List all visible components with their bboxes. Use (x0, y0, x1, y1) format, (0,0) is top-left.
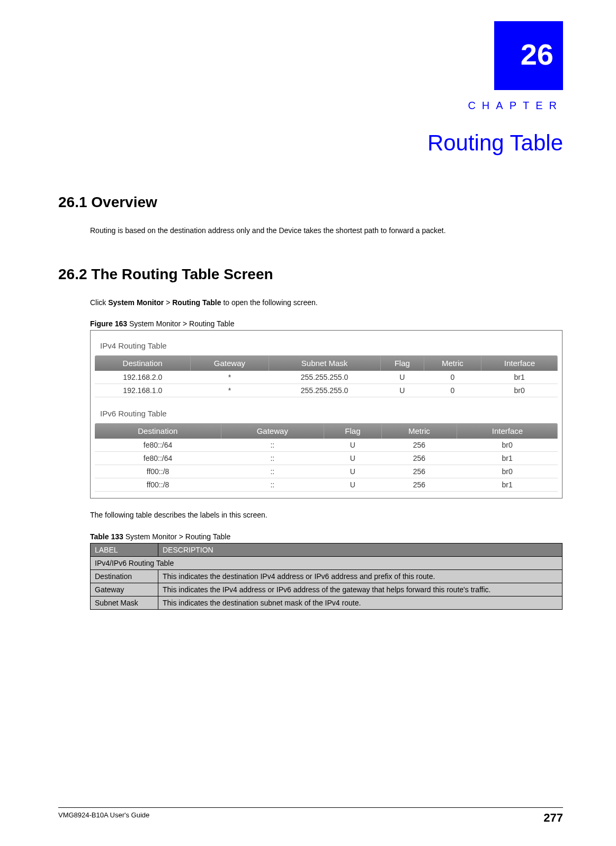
cell: U (324, 439, 381, 452)
cell: :: (221, 452, 324, 465)
text-bold: System Monitor (108, 298, 164, 307)
ipv4-routing-table: Destination Gateway Subnet Mask Flag Met… (95, 355, 558, 397)
cell: :: (221, 465, 324, 478)
desc-value: This indicates the IPv4 address or IPv6 … (158, 583, 563, 596)
desc-value: This indicates the destination IPv4 addr… (158, 569, 563, 583)
cell: br1 (481, 371, 558, 384)
cell: 192.168.1.0 (95, 384, 191, 397)
cell: 192.168.2.0 (95, 371, 191, 384)
cell: :: (221, 439, 324, 452)
cell: 0 (424, 371, 481, 384)
col-interface: Interface (481, 355, 558, 371)
cell: * (191, 371, 269, 384)
col-destination: Destination (95, 355, 191, 371)
footer-guide-name: VMG8924-B10A User's Guide (58, 811, 149, 825)
col-metric: Metric (381, 423, 457, 439)
cell: :: (221, 478, 324, 492)
cell: U (324, 478, 381, 492)
table-row: 192.168.2.0 * 255.255.255.0 U 0 br1 (95, 371, 558, 384)
cell: ff00::/8 (95, 465, 221, 478)
table-row: ff00::/8 :: U 256 br1 (95, 478, 558, 492)
cell: 256 (381, 465, 457, 478)
desc-header-label: LABEL (91, 543, 158, 556)
table-row: fe80::/64 :: U 256 br0 (95, 439, 558, 452)
section-heading-26-2: 26.2 The Routing Table Screen (58, 266, 563, 283)
description-table-container: LABEL DESCRIPTION IPv4/IPv6 Routing Tabl… (90, 543, 563, 610)
cell: fe80::/64 (95, 439, 221, 452)
cell: br1 (457, 478, 558, 492)
document-page: 26 CHAPTER Routing Table 26.1 Overview R… (0, 0, 616, 846)
desc-header-description: DESCRIPTION (158, 543, 563, 556)
cell: fe80::/64 (95, 452, 221, 465)
cell: br0 (481, 384, 558, 397)
cell: br1 (457, 452, 558, 465)
cell: U (380, 371, 424, 384)
col-flag: Flag (324, 423, 381, 439)
table-row: fe80::/64 :: U 256 br1 (95, 452, 558, 465)
text-fragment: > (164, 298, 172, 307)
cell: 256 (381, 478, 457, 492)
col-gateway: Gateway (191, 355, 269, 371)
page-footer: VMG8924-B10A User's Guide 277 (58, 807, 563, 825)
desc-label: Gateway (91, 583, 158, 596)
text-fragment: Click (90, 298, 108, 307)
ipv6-routing-table: Destination Gateway Flag Metric Interfac… (95, 423, 558, 492)
chapter-number: 26 (521, 37, 553, 72)
table-caption: Table 133 System Monitor > Routing Table (90, 532, 563, 541)
table-row: IPv4/IPv6 Routing Table (91, 556, 563, 569)
embedded-screenshot: IPv4 Routing Table Destination Gateway S… (90, 330, 563, 498)
col-flag: Flag (380, 355, 424, 371)
cell: 255.255.255.0 (269, 384, 380, 397)
table-caption-bold: Table 133 (90, 532, 123, 541)
cell: 256 (381, 452, 457, 465)
col-gateway: Gateway (221, 423, 324, 439)
ipv4-panel-title: IPv4 Routing Table (100, 341, 558, 350)
section-26-2-body: Click System Monitor > Routing Table to … (90, 298, 563, 308)
post-figure-text: The following table describes the labels… (90, 510, 563, 521)
table-row: Destination This indicates the destinati… (91, 569, 563, 583)
cell: br0 (457, 439, 558, 452)
chapter-label: CHAPTER (58, 100, 563, 112)
figure-caption: Figure 163 System Monitor > Routing Tabl… (90, 319, 563, 328)
description-table: LABEL DESCRIPTION IPv4/IPv6 Routing Tabl… (90, 543, 563, 610)
chapter-title: Routing Table (58, 130, 563, 156)
cell: * (191, 384, 269, 397)
cell: U (324, 465, 381, 478)
section-26-1-body: Routing is based on the destination addr… (90, 226, 563, 236)
cell: 0 (424, 384, 481, 397)
desc-header-row: LABEL DESCRIPTION (91, 543, 563, 556)
chapter-number-box: 26 (494, 21, 563, 90)
table-row: ff00::/8 :: U 256 br0 (95, 465, 558, 478)
cell: br0 (457, 465, 558, 478)
desc-label: Subnet Mask (91, 596, 158, 609)
figure-label-rest: System Monitor > Routing Table (127, 319, 234, 328)
desc-label: Destination (91, 569, 158, 583)
col-interface: Interface (457, 423, 558, 439)
table-caption-rest: System Monitor > Routing Table (123, 532, 230, 541)
table-row: Subnet Mask This indicates the destinati… (91, 596, 563, 609)
cell: U (380, 384, 424, 397)
col-subnet-mask: Subnet Mask (269, 355, 380, 371)
col-metric: Metric (424, 355, 481, 371)
figure-label-bold: Figure 163 (90, 319, 127, 328)
footer-page-number: 277 (543, 811, 563, 825)
ipv4-table-header-row: Destination Gateway Subnet Mask Flag Met… (95, 355, 558, 371)
text-fragment: to open the following screen. (221, 298, 318, 307)
cell: ff00::/8 (95, 478, 221, 492)
cell: 256 (381, 439, 457, 452)
col-destination: Destination (95, 423, 221, 439)
section-heading-26-1: 26.1 Overview (58, 194, 563, 211)
desc-value: This indicates the destination subnet ma… (158, 596, 563, 609)
text-bold: Routing Table (172, 298, 221, 307)
cell: U (324, 452, 381, 465)
table-row: Gateway This indicates the IPv4 address … (91, 583, 563, 596)
ipv6-panel-title: IPv6 Routing Table (100, 409, 558, 418)
table-row: 192.168.1.0 * 255.255.255.0 U 0 br0 (95, 384, 558, 397)
desc-span-cell: IPv4/IPv6 Routing Table (91, 556, 563, 569)
ipv6-table-header-row: Destination Gateway Flag Metric Interfac… (95, 423, 558, 439)
cell: 255.255.255.0 (269, 371, 380, 384)
